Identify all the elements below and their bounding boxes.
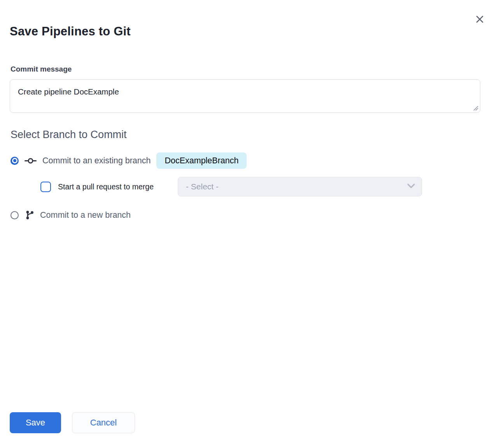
save-pipelines-modal: Save Pipelines to Git Commit message Cre…: [0, 0, 492, 448]
merge-branch-select[interactable]: - Select -: [178, 177, 422, 196]
save-button[interactable]: Save: [10, 412, 61, 433]
existing-branch-row: Commit to an existing branch DocExampleB…: [11, 152, 247, 169]
new-branch-radio[interactable]: [11, 211, 19, 219]
page-title: Save Pipelines to Git: [10, 24, 131, 38]
commit-message-input[interactable]: Create pipeline DocExample: [10, 79, 480, 113]
pull-request-checkbox[interactable]: [40, 182, 51, 192]
new-branch-label[interactable]: Commit to a new branch: [40, 210, 131, 220]
existing-branch-label[interactable]: Commit to an existing branch: [42, 156, 151, 166]
new-branch-row: Commit to a new branch: [11, 207, 131, 223]
branch-name-badge: DocExampleBranch: [156, 152, 247, 169]
cancel-button[interactable]: Cancel: [72, 412, 135, 433]
git-branch-icon: [25, 210, 34, 220]
commit-message-field-wrap: Create pipeline DocExample: [10, 79, 480, 113]
pull-request-row: Start a pull request to merge: [40, 177, 154, 196]
pull-request-label[interactable]: Start a pull request to merge: [58, 182, 154, 191]
chevron-down-icon: [407, 183, 415, 190]
close-button[interactable]: [473, 13, 486, 25]
merge-branch-select-value: - Select -: [186, 182, 407, 191]
close-icon: [476, 15, 484, 23]
git-commit-icon: [25, 158, 37, 164]
existing-branch-radio[interactable]: [11, 157, 19, 165]
commit-message-label: Commit message: [11, 65, 72, 74]
select-branch-heading: Select Branch to Commit: [11, 129, 127, 141]
